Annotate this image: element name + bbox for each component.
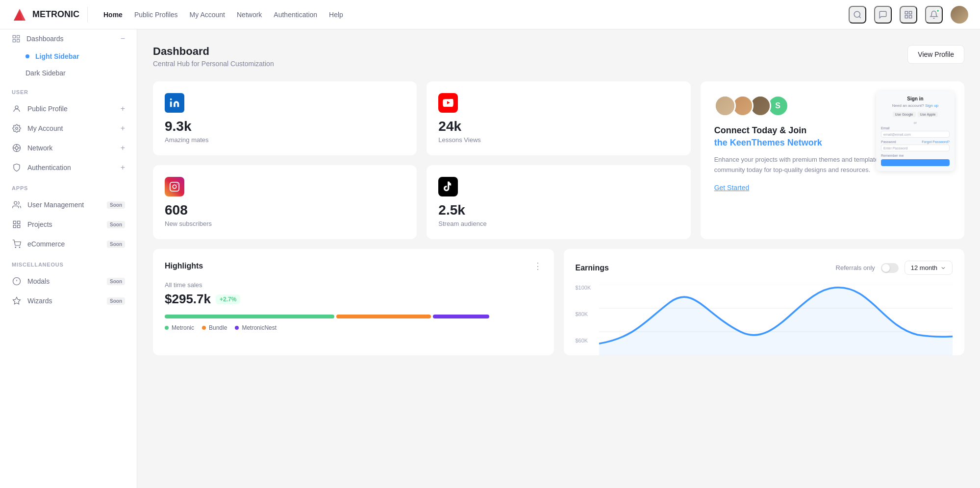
svg-rect-8 xyxy=(13,35,15,38)
chart-legend: Metronic Bundle MetronicNest xyxy=(165,324,542,331)
linkedin-label: Amazing mates xyxy=(165,136,405,144)
sidebar-item-my-account[interactable]: My Account + xyxy=(0,119,137,138)
svg-point-15 xyxy=(15,146,18,149)
legend-dot-bundle xyxy=(202,326,206,330)
svg-point-13 xyxy=(16,127,18,130)
highlights-title: Highlights xyxy=(165,262,203,270)
logo-text: METRONIC xyxy=(32,9,79,20)
highlights-badge: +2.7% xyxy=(216,294,240,304)
svg-point-12 xyxy=(15,106,18,109)
svg-rect-6 xyxy=(905,15,907,18)
sidebar-light-sidebar[interactable]: Light Sidebar xyxy=(0,48,137,65)
linkedin-icon xyxy=(165,93,184,113)
plus-icon[interactable]: + xyxy=(121,163,125,172)
sidebar: Dashboards − Light Sidebar Dark Sidebar … xyxy=(0,29,137,488)
earnings-title: Earnings xyxy=(576,264,609,272)
svg-rect-9 xyxy=(17,35,20,38)
chevron-down-icon xyxy=(940,265,946,271)
sidebar-dashboards[interactable]: Dashboards − xyxy=(0,29,137,48)
youtube-icon xyxy=(438,93,458,113)
toggle-thumb xyxy=(882,264,890,272)
connect-highlight: the KeenThemes Network xyxy=(714,138,822,147)
legend-dot-metronicnest xyxy=(235,326,239,330)
svg-rect-31 xyxy=(170,101,172,107)
nav-links: Home Public Profiles My Account Network … xyxy=(103,9,833,21)
instagram-icon xyxy=(165,177,184,196)
youtube-label: Lessons Views xyxy=(438,136,678,144)
dashboard-icon xyxy=(12,34,21,43)
get-started-link[interactable]: Get Started xyxy=(714,184,750,192)
svg-rect-22 xyxy=(18,221,20,223)
apps-icon xyxy=(904,10,913,19)
nav-home[interactable]: Home xyxy=(103,9,123,21)
svg-rect-5 xyxy=(909,11,912,14)
instagram-label: New subscribers xyxy=(165,220,405,227)
all-time-sales-label: All time sales xyxy=(165,281,542,289)
apps-section-label: APPS xyxy=(0,177,137,195)
sidebar-item-authentication[interactable]: Authentication + xyxy=(0,158,137,177)
svg-rect-4 xyxy=(905,11,907,14)
month-select[interactable]: 12 month xyxy=(905,261,953,275)
earnings-chart-svg xyxy=(599,285,953,355)
users-icon xyxy=(12,200,22,210)
instagram-stat-info: 608 New subscribers xyxy=(165,202,405,227)
sidebar-item-network[interactable]: Network + xyxy=(0,138,137,158)
legend-metronic: Metronic xyxy=(165,324,194,331)
collapse-icon: − xyxy=(121,34,125,43)
ecommerce-icon xyxy=(12,239,22,249)
chat-icon xyxy=(879,10,887,19)
user-section-label: USER xyxy=(0,81,137,99)
highlights-value: $295.7k +2.7% xyxy=(165,292,542,307)
svg-marker-30 xyxy=(13,297,21,304)
highlights-menu-button[interactable]: ⋮ xyxy=(533,261,542,271)
view-profile-button[interactable]: View Profile xyxy=(907,45,964,64)
sidebar-item-modals[interactable]: Modals Soon xyxy=(0,271,137,291)
referrals-label: Referrals only xyxy=(836,264,875,271)
chart-y-labels: $100K $80K $60K xyxy=(576,285,591,343)
plus-icon[interactable]: + xyxy=(121,124,125,133)
referrals-toggle[interactable] xyxy=(881,263,899,273)
svg-line-3 xyxy=(859,16,860,18)
plus-icon[interactable]: + xyxy=(121,144,125,152)
sidebar-item-ecommerce[interactable]: eCommerce Soon xyxy=(0,234,137,254)
progress-bar-metronic xyxy=(165,315,334,318)
sidebar-dark-sidebar[interactable]: Dark Sidebar xyxy=(0,65,137,81)
svg-rect-24 xyxy=(18,225,20,228)
earnings-card-header: Earnings Referrals only 12 month xyxy=(576,261,953,275)
sidebar-item-public-profile[interactable]: Public Profile + xyxy=(0,99,137,119)
svg-point-2 xyxy=(854,11,860,17)
logo-icon xyxy=(12,7,27,23)
notifications-button[interactable] xyxy=(925,6,943,24)
modals-icon xyxy=(12,276,22,286)
search-button[interactable] xyxy=(849,6,866,24)
svg-rect-23 xyxy=(13,225,16,228)
settings-icon xyxy=(12,123,22,133)
main-content: Dashboard Central Hub for Personal Custo… xyxy=(137,29,980,488)
notification-dot xyxy=(936,9,940,13)
top-navigation: METRONIC Home Public Profiles My Account… xyxy=(0,0,980,29)
svg-rect-10 xyxy=(13,40,15,42)
sidebar-item-projects[interactable]: Projects Soon xyxy=(0,215,137,234)
sidebar-item-wizards[interactable]: Wizards Soon xyxy=(0,291,137,311)
user-avatar[interactable] xyxy=(951,6,968,24)
svg-point-32 xyxy=(170,98,172,100)
nav-my-account[interactable]: My Account xyxy=(190,9,225,21)
linkedin-stat-info: 9.3k Amazing mates xyxy=(165,119,405,144)
svg-rect-33 xyxy=(170,182,179,191)
nav-public-profiles[interactable]: Public Profiles xyxy=(134,9,178,21)
svg-point-35 xyxy=(177,184,178,185)
plus-icon[interactable]: + xyxy=(121,104,125,113)
progress-bars xyxy=(165,315,542,318)
sidebar-item-user-management[interactable]: User Management Soon xyxy=(0,195,137,215)
page-header: Dashboard Central Hub for Personal Custo… xyxy=(153,45,964,68)
apps-button[interactable] xyxy=(900,6,917,24)
avatar-image xyxy=(951,6,968,24)
bottom-grid: Highlights ⋮ All time sales $295.7k +2.7… xyxy=(153,249,964,355)
wizards-icon xyxy=(12,296,22,306)
chat-button[interactable] xyxy=(874,6,892,24)
progress-bar-bundle xyxy=(336,315,430,318)
nav-authentication[interactable]: Authentication xyxy=(274,9,317,21)
nav-help[interactable]: Help xyxy=(329,9,343,21)
tiktok-value: 2.5k xyxy=(438,202,678,218)
nav-network[interactable]: Network xyxy=(237,9,262,21)
